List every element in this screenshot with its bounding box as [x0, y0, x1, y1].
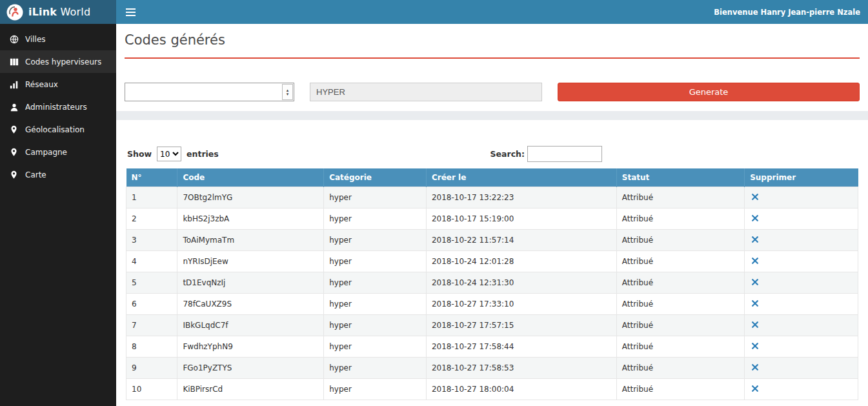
search-label: Search:: [490, 149, 525, 159]
column-header-n-[interactable]: N°: [126, 168, 177, 187]
spinner-down-icon: ▾: [287, 92, 289, 96]
delete-icon[interactable]: [750, 214, 760, 224]
quantity-input[interactable]: [125, 83, 281, 101]
delete-icon[interactable]: [750, 235, 760, 245]
quantity-spinner[interactable]: ▴ ▾: [282, 84, 293, 100]
show-label: Show: [127, 149, 152, 159]
cell-created: 2018-10-17 13:22:23: [426, 187, 616, 208]
cell-category: hyper: [324, 230, 427, 251]
cell-num: 3: [126, 230, 177, 251]
delete-icon[interactable]: [750, 278, 760, 288]
cell-num: 5: [126, 272, 177, 294]
table-row: 2kbHS2j3zbAhyper2018-10-17 15:19:00Attri…: [126, 208, 858, 230]
delete-icon[interactable]: [750, 341, 760, 352]
cell-created: 2018-10-27 17:33:10: [426, 294, 616, 315]
delete-icon[interactable]: [750, 320, 760, 330]
map-marker-icon: [9, 170, 19, 179]
app-logo-icon: [6, 4, 23, 21]
cell-delete: [745, 251, 858, 272]
cell-delete: [745, 379, 858, 400]
cell-category: hyper: [324, 272, 427, 294]
generate-form: ▴ ▾ Generate: [125, 83, 860, 101]
hamburger-menu-icon[interactable]: [116, 0, 145, 24]
map-marker-icon: [9, 148, 19, 156]
table-row: 4nYRIsDjEewhyper2018-10-24 12:01:28Attri…: [126, 251, 858, 272]
cell-code: IBkGLqdC7f: [177, 315, 324, 336]
column-header-creer-le[interactable]: Créer le: [426, 168, 616, 187]
cell-status: Attribué: [616, 208, 744, 230]
sidebar-item-villes[interactable]: Villes: [0, 28, 116, 50]
sidebar-item-label: Géolocalisation: [25, 125, 85, 134]
sidebar-item-label: Administrateurs: [25, 103, 87, 112]
brand-logo[interactable]: iLink World: [0, 0, 116, 24]
cell-num: 7: [126, 315, 177, 336]
header-panel: Codes générés ▴ ▾ Generate: [116, 24, 868, 111]
cell-delete: [745, 187, 858, 208]
delete-icon[interactable]: [750, 384, 760, 394]
delete-icon[interactable]: [750, 363, 760, 373]
search-input[interactable]: [527, 146, 602, 162]
cell-category: hyper: [324, 294, 427, 315]
cell-status: Attribué: [616, 230, 744, 251]
cell-code: nYRIsDjEew: [177, 251, 324, 272]
quantity-field: ▴ ▾: [125, 83, 294, 101]
cell-status: Attribué: [616, 358, 744, 379]
delete-icon[interactable]: [750, 299, 760, 309]
title-divider: [125, 57, 860, 59]
main-content: Codes générés ▴ ▾ Generate Show 10: [116, 24, 868, 406]
top-bar: iLink World Bienvenue Hanry Jean-pierre …: [0, 0, 868, 24]
generate-button[interactable]: Generate: [558, 83, 860, 101]
cell-created: 2018-10-27 18:00:04: [426, 379, 616, 400]
cell-category: hyper: [324, 251, 427, 272]
page-size-select[interactable]: 10: [157, 147, 181, 161]
column-header-categorie[interactable]: Catégorie: [324, 168, 427, 187]
sidebar-item-geolocalisation[interactable]: Géolocalisation: [0, 118, 116, 141]
table-header-row: N°CodeCatégorieCréer leStatutSupprimer: [126, 168, 858, 187]
table-row: 678fCaUXZ9Shyper2018-10-27 17:33:10Attri…: [126, 294, 858, 315]
cell-created: 2018-10-27 17:57:15: [426, 315, 616, 336]
cell-num: 1: [126, 187, 177, 208]
delete-icon[interactable]: [750, 192, 760, 203]
cell-num: 8: [126, 336, 177, 358]
cell-num: 4: [126, 251, 177, 272]
sidebar-item-label: Codes hyperviseurs: [25, 57, 101, 66]
cell-num: 10: [126, 379, 177, 400]
brand-name: iLink World: [28, 6, 90, 18]
sidebar-item-campagne[interactable]: Campagne: [0, 141, 116, 163]
cell-num: 6: [126, 294, 177, 315]
cell-delete: [745, 230, 858, 251]
navbar: Bienvenue Hanry Jean-pierre Nzale: [116, 0, 868, 24]
cell-code: ToAiMymaTm: [177, 230, 324, 251]
cell-delete: [745, 294, 858, 315]
sidebar-item-label: Villes: [25, 35, 46, 44]
delete-icon[interactable]: [750, 256, 760, 267]
sidebar-item-codes-hyperviseurs[interactable]: Codes hyperviseurs: [0, 50, 116, 73]
column-header-statut[interactable]: Statut: [616, 168, 744, 187]
column-header-code[interactable]: Code: [177, 168, 324, 187]
sidebar-item-label: Réseaux: [25, 80, 58, 89]
cell-delete: [745, 272, 858, 294]
table-controls: Show 10 entries Search:: [127, 146, 857, 162]
sidebar-nav: VillesCodes hyperviseursRéseauxAdministr…: [0, 24, 116, 406]
column-header-supprimer[interactable]: Supprimer: [745, 168, 858, 187]
cell-code: FGo1PyZTYS: [177, 358, 324, 379]
sidebar-item-administrateurs[interactable]: Administrateurs: [0, 96, 116, 118]
cell-code: kbHS2j3zbA: [177, 208, 324, 230]
columns-icon: [9, 57, 19, 66]
cell-status: Attribué: [616, 251, 744, 272]
signal-icon: [9, 80, 19, 89]
search-control: Search:: [490, 146, 602, 162]
cell-created: 2018-10-24 12:31:30: [426, 272, 616, 294]
cell-code: FwdhzYphN9: [177, 336, 324, 358]
cell-code: tD1EvqNzIj: [177, 272, 324, 294]
cell-status: Attribué: [616, 187, 744, 208]
sidebar-item-reseaux[interactable]: Réseaux: [0, 73, 116, 96]
cell-delete: [745, 358, 858, 379]
sidebar-item-carte[interactable]: Carte: [0, 163, 116, 186]
cell-delete: [745, 315, 858, 336]
codes-table: N°CodeCatégorieCréer leStatutSupprimer 1…: [126, 168, 858, 400]
cell-created: 2018-10-24 12:01:28: [426, 251, 616, 272]
cell-code: KiBPirsrCd: [177, 379, 324, 400]
cell-created: 2018-10-22 11:57:14: [426, 230, 616, 251]
globe-icon: [9, 35, 19, 44]
